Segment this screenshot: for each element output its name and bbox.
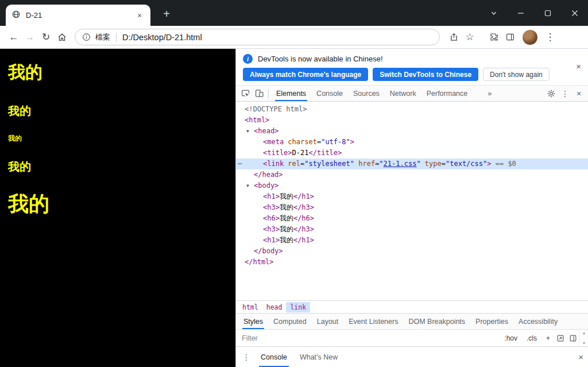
home-button[interactable] — [54, 29, 70, 45]
computed-sidebar-icon[interactable] — [567, 332, 579, 345]
dom-tree-line[interactable]: <h1>我的</h1> — [236, 235, 588, 246]
dom-tree-line[interactable]: ▼<head> — [236, 126, 588, 137]
devtools-close-icon[interactable]: × — [572, 87, 586, 101]
banner-button[interactable]: Switch DevTools to Chinese — [373, 68, 478, 81]
expand-arrow-icon[interactable]: ▼ — [246, 126, 254, 137]
filter-action-cls[interactable]: .cls — [523, 333, 541, 344]
tab-title: D-21 — [26, 11, 129, 20]
dom-tree-line[interactable]: </html> — [236, 257, 588, 268]
window-minimize-button[interactable] — [507, 0, 534, 26]
devtools-tab-sources[interactable]: Sources — [348, 86, 385, 101]
share-icon[interactable] — [446, 29, 462, 45]
dom-tree-line[interactable]: <title>D-21</title> — [236, 148, 588, 159]
dom-tree-line[interactable]: </head> — [236, 169, 588, 180]
breadcrumb-item-link[interactable]: link — [286, 302, 310, 312]
dom-tree-line[interactable]: <h1>我的</h1> — [236, 191, 588, 202]
url-scheme-chip[interactable]: 檔案 — [95, 32, 110, 43]
page-heading-h3: 我的 — [8, 160, 235, 173]
drawer-tab-console[interactable]: Console — [254, 347, 293, 367]
dom-tree-line[interactable]: <meta charset="utf-8"> — [236, 137, 588, 148]
scroll-up-icon[interactable]: ▲ — [582, 331, 586, 335]
styles-sidebar-tabs: StylesComputedLayoutEvent ListenersDOM B… — [236, 313, 588, 329]
dom-tree-line[interactable]: <h3>我的</h3> — [236, 202, 588, 213]
devtools-tab-console[interactable]: Console — [311, 86, 348, 101]
devtools-tab-elements[interactable]: Elements — [271, 86, 311, 101]
side-panel-icon[interactable] — [502, 29, 518, 45]
code-token: </head> — [254, 171, 283, 179]
code-token: <body> — [254, 181, 278, 190]
tab-close-icon[interactable]: × — [134, 10, 145, 21]
styles-scrollbar[interactable]: ▲ ▼ — [579, 330, 588, 346]
dom-tree-line[interactable]: ⋯<link rel="stylesheet" href="21-1.css" … — [236, 159, 588, 169]
window-close-button[interactable] — [561, 0, 588, 26]
banner-button[interactable]: Always match Chrome's language — [243, 68, 368, 81]
sidebar-tab-event-listeners[interactable]: Event Listeners — [343, 314, 403, 329]
profile-avatar[interactable] — [523, 30, 537, 45]
banner-close-icon[interactable]: × — [576, 61, 581, 71]
stylesheet-link[interactable]: 21-1.css — [384, 160, 417, 168]
breadcrumb-item-head[interactable]: head — [262, 302, 287, 312]
dom-tree-line[interactable]: </body> — [236, 246, 588, 257]
drawer-tab-what-s-new[interactable]: What's New — [293, 347, 344, 367]
dom-tree-line[interactable]: <h6>我的</h6> — [236, 213, 588, 224]
back-button[interactable]: ← — [6, 29, 22, 45]
forward-button[interactable]: → — [22, 29, 38, 45]
tab-favicon-icon — [11, 10, 21, 21]
tab-search-chevron-icon[interactable] — [480, 0, 507, 26]
filter-action-hov[interactable]: :hov — [500, 333, 521, 344]
inspect-element-icon[interactable] — [238, 87, 252, 101]
sidebar-tab-dom-breakpoints[interactable]: DOM Breakpoints — [403, 314, 470, 329]
dom-tree-line[interactable]: <h3>我的</h3> — [236, 224, 588, 235]
sidebar-tab-properties[interactable]: Properties — [470, 314, 513, 329]
toolbar-divider — [268, 89, 269, 98]
dom-tree-line[interactable]: <!DOCTYPE html> — [236, 104, 588, 115]
sidebar-tab-computed[interactable]: Computed — [268, 314, 312, 329]
code-token: </h1> — [293, 192, 314, 200]
site-info-icon[interactable] — [82, 33, 91, 41]
overflow-menu-icon[interactable]: ⋯ — [238, 159, 242, 169]
reload-button[interactable]: ↻ — [38, 29, 54, 45]
code-token: > — [350, 138, 354, 146]
more-tabs-icon[interactable]: » — [488, 89, 492, 98]
dom-tree-line[interactable]: <html> — [236, 115, 588, 126]
toggle-rendering-icon[interactable] — [554, 332, 567, 345]
expand-arrow-icon[interactable]: ▼ — [246, 180, 254, 191]
drawer-menu-icon[interactable]: ⋮ — [241, 353, 252, 362]
breadcrumb-item-html[interactable]: html — [238, 302, 262, 312]
drawer-close-icon[interactable]: × — [578, 352, 583, 362]
bookmark-star-icon[interactable]: ☆ — [462, 29, 478, 45]
url-text[interactable]: D:/Desktop/D-21.html — [122, 33, 202, 42]
new-tab-button[interactable]: + — [159, 6, 174, 21]
browser-tab[interactable]: D-21 × — [6, 5, 150, 26]
browser-menu-icon[interactable]: ⋮ — [542, 29, 558, 45]
code-token: </body> — [254, 247, 283, 255]
code-token: <h6> — [263, 214, 280, 222]
filter-action-[interactable]: + — [542, 333, 554, 344]
styles-filter-input[interactable] — [236, 330, 500, 346]
code-token: <title> — [263, 149, 292, 157]
page-heading-h1: 我的 — [8, 192, 235, 215]
address-bar[interactable]: 檔案 D:/Desktop/D-21.html — [75, 29, 440, 45]
code-token: <head> — [254, 127, 278, 135]
settings-gear-icon[interactable] — [544, 87, 558, 101]
code-token: <html> — [245, 116, 269, 124]
code-token: <h1> — [263, 236, 280, 244]
devtools-menu-icon[interactable]: ⋮ — [558, 87, 572, 101]
window-maximize-button[interactable] — [534, 0, 561, 26]
devtools-tab-network[interactable]: Network — [385, 86, 421, 101]
scroll-down-icon[interactable]: ▼ — [582, 341, 586, 345]
drawer-tabs: ConsoleWhat's New — [254, 347, 344, 367]
device-toolbar-icon[interactable] — [252, 87, 266, 101]
sidebar-tab-accessibility[interactable]: Accessibility — [513, 314, 563, 329]
extensions-puzzle-icon[interactable] — [486, 29, 502, 45]
banner-button[interactable]: Don't show again — [483, 68, 550, 81]
page-heading-h3: 我的 — [8, 105, 235, 118]
sidebar-tab-styles[interactable]: Styles — [238, 314, 268, 329]
dom-tree-line[interactable]: ▼<body> — [236, 180, 588, 191]
code-token: </html> — [245, 258, 274, 266]
code-token: = — [442, 160, 446, 168]
code-token: "utf-8" — [321, 138, 350, 146]
devtools-tab-performance[interactable]: Performance — [421, 86, 473, 101]
devtools-panel: i DevTools is now available in Chinese! … — [235, 49, 588, 367]
sidebar-tab-layout[interactable]: Layout — [312, 314, 344, 329]
